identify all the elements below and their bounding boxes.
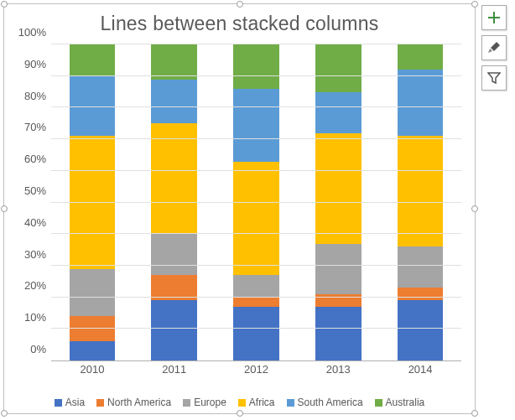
segment-australia[interactable] — [315, 44, 362, 92]
chart-area[interactable]: Lines between stacked columns 0%10%20%30… — [3, 3, 476, 414]
y-tick-label: 20% — [13, 279, 46, 292]
legend-swatch — [96, 399, 104, 407]
x-tick-label: 2011 — [133, 361, 216, 378]
column-slot — [297, 44, 379, 360]
segment-asia[interactable] — [233, 307, 279, 360]
gridline — [51, 265, 461, 266]
segment-south-america[interactable] — [151, 80, 197, 124]
legend-label: South America — [298, 397, 363, 408]
y-tick-label: 90% — [13, 57, 46, 70]
segment-europe[interactable] — [315, 244, 362, 294]
resize-handle-mt[interactable] — [237, 1, 243, 8]
y-tick-label: 40% — [13, 215, 46, 228]
gridline — [51, 202, 461, 203]
column-slot — [216, 44, 298, 360]
legend-item-asia[interactable]: Asia — [55, 397, 85, 408]
segment-europe[interactable] — [398, 246, 444, 288]
plot-area[interactable]: 0%10%20%30%40%50%60%70%80%90%100% 201020… — [13, 44, 466, 378]
y-tick-label: 70% — [13, 121, 46, 133]
gridline — [51, 138, 461, 139]
resize-handle-br[interactable] — [471, 410, 478, 417]
legend-item-north-america[interactable]: North America — [96, 397, 171, 408]
legend-label: Asia — [65, 397, 85, 408]
chart-side-buttons — [481, 5, 507, 91]
legend-item-africa[interactable]: Africa — [238, 397, 275, 408]
legend-label: Europe — [194, 397, 226, 408]
resize-handle-mr[interactable] — [471, 205, 478, 212]
stacked-column[interactable] — [233, 44, 279, 360]
segment-north-america[interactable] — [70, 316, 116, 341]
segment-asia[interactable] — [398, 300, 444, 360]
stacked-column[interactable] — [315, 44, 362, 360]
gridline — [51, 233, 461, 234]
column-slot — [51, 44, 133, 360]
segment-europe[interactable] — [233, 275, 279, 297]
y-tick-label: 30% — [13, 247, 46, 260]
segment-africa[interactable] — [398, 136, 444, 246]
segment-south-america[interactable] — [315, 92, 362, 133]
y-tick-label: 0% — [13, 343, 46, 355]
segment-australia[interactable] — [398, 44, 444, 70]
legend-item-europe[interactable]: Europe — [183, 397, 226, 408]
gridline — [51, 170, 461, 171]
stacked-column[interactable] — [70, 44, 116, 360]
chart-styles-button[interactable] — [481, 35, 507, 60]
y-tick-label: 60% — [13, 153, 46, 165]
columns-container — [51, 44, 461, 360]
plus-icon — [487, 11, 501, 24]
chart-title[interactable]: Lines between stacked columns — [4, 4, 475, 39]
column-slot — [379, 44, 461, 360]
x-tick-label: 2012 — [216, 361, 298, 378]
segment-africa[interactable] — [70, 136, 116, 268]
gridline — [51, 297, 461, 298]
segment-asia[interactable] — [315, 307, 362, 360]
segment-africa[interactable] — [151, 123, 197, 234]
funnel-icon — [487, 71, 501, 85]
segment-africa[interactable] — [315, 133, 362, 244]
y-tick-label: 10% — [13, 311, 46, 324]
legend-swatch — [238, 399, 246, 407]
segment-north-america[interactable] — [233, 298, 279, 307]
y-tick-label: 100% — [13, 26, 46, 39]
segment-asia[interactable] — [70, 341, 116, 360]
y-axis[interactable]: 0%10%20%30%40%50%60%70%80%90%100% — [13, 44, 49, 361]
resize-handle-mb[interactable] — [237, 410, 243, 417]
gridline — [51, 75, 461, 76]
chart-elements-button[interactable] — [481, 5, 507, 30]
resize-handle-tl[interactable] — [1, 1, 8, 8]
segment-south-america[interactable] — [233, 89, 279, 162]
gridline — [51, 106, 461, 107]
segment-australia[interactable] — [233, 44, 279, 89]
segment-europe[interactable] — [151, 234, 197, 275]
segment-asia[interactable] — [151, 300, 197, 360]
legend-swatch — [287, 399, 294, 407]
gridline — [51, 328, 461, 329]
resize-handle-ml[interactable] — [1, 205, 8, 212]
segment-south-america[interactable] — [398, 70, 444, 136]
legend-item-australia[interactable]: Australia — [375, 397, 425, 408]
segment-north-america[interactable] — [398, 288, 444, 300]
segment-australia[interactable] — [70, 44, 116, 76]
legend-item-south-america[interactable]: South America — [287, 397, 363, 408]
legend-swatch — [375, 399, 382, 407]
x-axis[interactable]: 20102011201220132014 — [51, 361, 461, 378]
stacked-column[interactable] — [398, 44, 444, 360]
stacked-column[interactable] — [151, 44, 197, 360]
x-tick-label: 2013 — [297, 361, 379, 378]
plot-grid — [51, 44, 461, 361]
legend[interactable]: AsiaNorth AmericaEuropeAfricaSouth Ameri… — [4, 397, 475, 408]
resize-handle-tr[interactable] — [471, 1, 478, 8]
segment-africa[interactable] — [233, 162, 279, 276]
legend-label: Australia — [386, 397, 425, 408]
segment-europe[interactable] — [70, 269, 116, 317]
x-tick-label: 2010 — [51, 361, 133, 378]
gridline — [51, 44, 461, 44]
legend-label: Africa — [249, 397, 275, 408]
brush-icon — [487, 41, 501, 54]
chart-filters-button[interactable] — [481, 65, 507, 91]
x-tick-label: 2014 — [379, 361, 461, 378]
y-tick-label: 50% — [13, 184, 46, 197]
resize-handle-bl[interactable] — [1, 410, 8, 417]
segment-australia[interactable] — [151, 44, 197, 79]
legend-label: North America — [107, 397, 171, 408]
